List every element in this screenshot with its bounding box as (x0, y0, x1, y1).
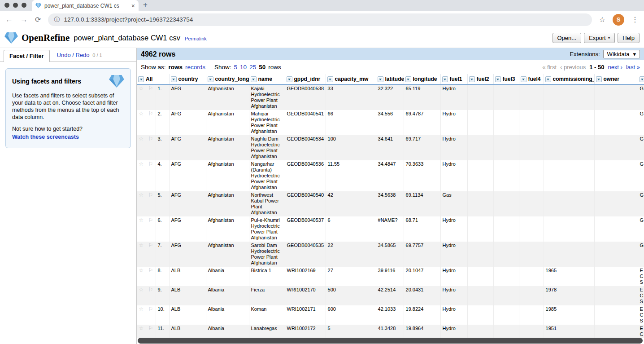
cell-name[interactable]: Fierza (249, 286, 285, 305)
cell-latitude[interactable]: 42.2514 (376, 286, 404, 305)
column-menu-button[interactable] (596, 76, 602, 82)
row-star-toggle[interactable]: ☆ (137, 110, 146, 135)
cell-country[interactable]: ALB (169, 305, 206, 325)
cell-fuel3[interactable] (493, 325, 519, 338)
cell-country[interactable]: AFG (169, 191, 206, 216)
cell-fuel3[interactable] (493, 84, 519, 110)
cell-name[interactable]: Koman (249, 305, 285, 325)
cell-fuel1[interactable]: Hydro (440, 160, 467, 191)
help-button[interactable]: Help (618, 33, 640, 43)
row-flag-toggle[interactable]: ⚐ (146, 242, 156, 267)
horizontal-scrollbar[interactable] (138, 338, 643, 344)
cell-latitude[interactable]: 32.322 (376, 84, 404, 110)
cell-fuel4[interactable] (519, 242, 544, 267)
column-menu-button[interactable] (251, 76, 257, 82)
column-menu-button[interactable] (640, 76, 644, 82)
cell-source[interactable]: E C S (638, 267, 644, 286)
cell-capacity_mw[interactable]: 22 (326, 242, 376, 267)
cell-gppd_idnr[interactable]: WRI1002169 (285, 267, 326, 286)
cell-capacity_mw[interactable]: 6 (326, 216, 376, 242)
screencasts-link[interactable]: Watch these screencasts (12, 134, 79, 140)
cell-longitude[interactable]: 19.8964 (404, 325, 440, 338)
cell-owner[interactable] (594, 267, 638, 286)
cell-gppd_idnr[interactable]: WRI1002172 (285, 325, 326, 338)
column-menu-button[interactable] (287, 76, 292, 82)
cell-source[interactable]: G (638, 242, 644, 267)
cell-fuel3[interactable] (493, 160, 519, 191)
cell-longitude[interactable]: 20.0431 (404, 286, 440, 305)
cell-latitude[interactable]: 42.1033 (376, 305, 404, 325)
cell-source[interactable]: E C S (638, 305, 644, 325)
row-flag-toggle[interactable]: ⚐ (146, 216, 156, 242)
cell-name[interactable]: Sarobi Dam Hydroelectric Power Plant Afg… (249, 242, 285, 267)
cell-name[interactable]: Lanabregas (249, 325, 285, 338)
cell-commissioning[interactable]: 1985 (544, 305, 594, 325)
row-star-toggle[interactable]: ☆ (137, 84, 146, 110)
avatar[interactable]: S (613, 14, 624, 26)
cell-fuel2[interactable] (467, 242, 493, 267)
cell-longitude[interactable]: 69.7757 (404, 242, 440, 267)
cell-owner[interactable] (594, 305, 638, 325)
cell-fuel3[interactable] (493, 305, 519, 325)
cell-source[interactable]: G (638, 135, 644, 160)
window-minimize-button[interactable] (13, 3, 18, 8)
cell-latitude[interactable]: 34.4847 (376, 160, 404, 191)
cell-source[interactable]: G (638, 110, 644, 135)
cell-latitude[interactable]: 39.9116 (376, 267, 404, 286)
cell-fuel2[interactable] (467, 191, 493, 216)
cell-longitude[interactable]: 70.3633 (404, 160, 440, 191)
cell-country[interactable]: AFG (169, 160, 206, 191)
row-flag-toggle[interactable]: ⚐ (146, 267, 156, 286)
cell-capacity_mw[interactable]: 33 (326, 84, 376, 110)
row-star-toggle[interactable]: ☆ (137, 216, 146, 242)
column-menu-button[interactable] (208, 76, 213, 82)
cell-fuel2[interactable] (467, 267, 493, 286)
cell-capacity_mw[interactable]: 500 (326, 286, 376, 305)
cell-fuel2[interactable] (467, 286, 493, 305)
cell-country[interactable]: AFG (169, 216, 206, 242)
cell-source[interactable]: G (638, 160, 644, 191)
row-flag-toggle[interactable]: ⚐ (146, 325, 156, 338)
cell-gppd_idnr[interactable]: GEODB0040536 (285, 160, 326, 191)
cell-fuel1[interactable]: Gas (440, 191, 467, 216)
cell-gppd_idnr[interactable]: GEODB0040535 (285, 242, 326, 267)
column-menu-button[interactable] (442, 76, 448, 82)
cell-gppd_idnr[interactable]: GEODB0040537 (285, 216, 326, 242)
cell-fuel1[interactable]: Hydro (440, 84, 467, 110)
cell-fuel2[interactable] (467, 110, 493, 135)
cell-gppd_idnr[interactable]: GEODB0040538 (285, 84, 326, 110)
cell-gppd_idnr[interactable]: WRI1002171 (285, 305, 326, 325)
cell-latitude[interactable]: 34.5865 (376, 242, 404, 267)
cell-source[interactable]: G (638, 84, 644, 110)
cell-owner[interactable] (594, 325, 638, 338)
cell-commissioning[interactable] (544, 191, 594, 216)
window-zoom-button[interactable] (22, 3, 26, 8)
row-star-toggle[interactable]: ☆ (137, 160, 146, 191)
cell-source[interactable]: G (638, 216, 644, 242)
row-star-toggle[interactable]: ☆ (137, 286, 146, 305)
cell-name[interactable]: Pul-e-Khumri Hydroelectric Power Plant A… (249, 216, 285, 242)
export-button[interactable]: Export ▾ (584, 33, 615, 43)
show-as-records[interactable]: records (185, 64, 205, 71)
cell-capacity_mw[interactable]: 27 (326, 267, 376, 286)
row-flag-toggle[interactable]: ⚐ (146, 305, 156, 325)
window-controls[interactable] (0, 4, 32, 11)
cell-fuel4[interactable] (519, 216, 544, 242)
back-icon[interactable]: ← (5, 15, 13, 24)
cell-source[interactable]: G (638, 191, 644, 216)
cell-country_long[interactable]: Afghanistan (206, 160, 249, 191)
cell-fuel3[interactable] (493, 110, 519, 135)
row-flag-toggle[interactable]: ⚐ (146, 135, 156, 160)
cell-fuel2[interactable] (467, 135, 493, 160)
browser-menu-icon[interactable]: ⋮ (631, 15, 639, 24)
cell-gppd_idnr[interactable]: GEODB0040534 (285, 135, 326, 160)
cell-name[interactable]: Northwest Kabul Power Plant Afghanistan (249, 191, 285, 216)
cell-latitude[interactable]: 34.556 (376, 110, 404, 135)
tab-facet-filter[interactable]: Facet / Filter (4, 50, 50, 62)
cell-commissioning[interactable]: 1951 (544, 325, 594, 338)
column-menu-button[interactable] (138, 76, 144, 82)
cell-longitude[interactable]: 69.717 (404, 135, 440, 160)
cell-fuel3[interactable] (493, 216, 519, 242)
cell-capacity_mw[interactable]: 66 (326, 110, 376, 135)
cell-country[interactable]: ALB (169, 325, 206, 338)
